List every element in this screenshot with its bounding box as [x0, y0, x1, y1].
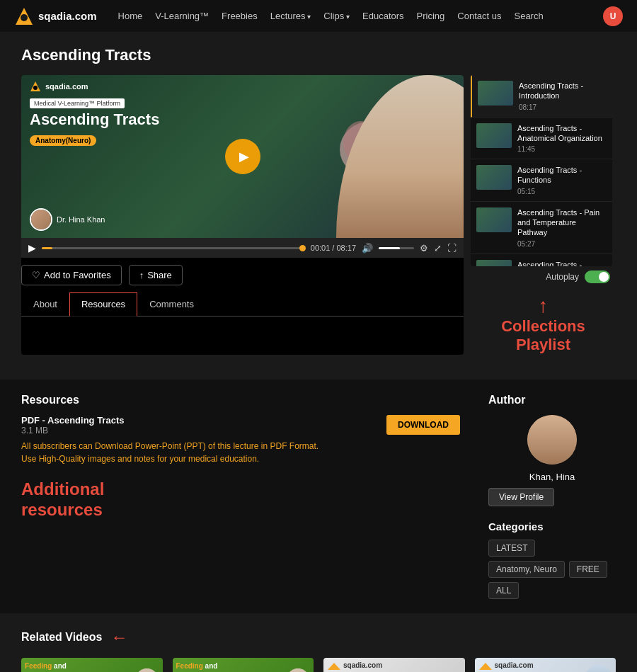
nav-clips[interactable]: Clips: [323, 11, 350, 21]
author-name: Khan, Hina: [488, 472, 616, 482]
video-person: [322, 75, 464, 238]
page-title: Ascending Tracts: [21, 46, 616, 64]
playlist-item-2[interactable]: Ascending Tracts - Functions 05:15: [471, 159, 612, 202]
cat-tags: LATEST Anatomy, Neuro FREE ALL: [488, 540, 616, 599]
nav-search[interactable]: Search: [514, 11, 543, 21]
logo-text: sqadia.com: [38, 10, 97, 22]
author-col: Author Khan, Hina View Profile Categorie…: [488, 394, 616, 599]
video-actions: ♡ Add to Favorites ↑ Share: [21, 258, 464, 292]
svg-point-3: [33, 86, 38, 90]
nav-home[interactable]: Home: [118, 11, 143, 21]
video-logo-icon: [30, 81, 41, 92]
playlist-title-0: Ascending Tracts - Introduction: [519, 81, 607, 101]
svg-marker-8: [328, 663, 340, 670]
video-thumbnail[interactable]: sqadia.com Medical V-Learning™ Platform …: [21, 75, 464, 238]
cat-tag-0[interactable]: LATEST: [488, 540, 535, 557]
playlist-item-1[interactable]: Ascending Tracts - Anatomical Organizati…: [471, 118, 612, 160]
volume-bar[interactable]: [379, 247, 414, 249]
video-section-outer: sqadia.com Medical V-Learning™ Platform …: [21, 75, 616, 355]
navbar: sqadia.com Home V-Learning™ Freebies Lec…: [0, 0, 637, 32]
additional-resources-label: Additional resources: [21, 479, 460, 520]
playlist-thumb-0: [478, 81, 513, 106]
nav-lectures[interactable]: Lectures: [270, 11, 311, 21]
related-item-2[interactable]: sqadia.com 2 Influenza: [323, 658, 465, 672]
playlist-wrapper: Ascending Tracts - Introduction 08:17 As…: [471, 75, 616, 355]
related-section: Related Videos ← Feeding and EatingDisor…: [0, 613, 637, 672]
related-thumb-1: Feeding andEatingDisorders-I 2: [173, 658, 314, 672]
pdf-name: PDF - Ascending Tracts: [21, 415, 124, 426]
video-play-btn[interactable]: ▶: [28, 242, 36, 254]
instructor-avatar: [30, 208, 52, 231]
playlist-thumb-3: [476, 207, 512, 232]
expand-icon[interactable]: ⤢: [434, 243, 442, 254]
related-title: Related Videos: [21, 631, 102, 644]
resources-col: Resources PDF - Ascending Tracts 3.1 MB …: [21, 394, 460, 599]
cat-tag-3[interactable]: ALL: [488, 582, 519, 599]
lower-grid: Resources PDF - Ascending Tracts 3.1 MB …: [21, 394, 616, 599]
pdf-row: PDF - Ascending Tracts 3.1 MB DOWNLOAD: [21, 415, 460, 435]
nav-pricing[interactable]: Pricing: [417, 11, 445, 21]
autoplay-toggle[interactable]: [585, 270, 610, 283]
tabs-row: About Resources Comments: [21, 292, 464, 317]
time-display: 00:01 / 08:17: [311, 244, 356, 252]
author-title: Author: [488, 394, 616, 406]
cat-tag-2[interactable]: FREE: [569, 561, 607, 578]
playlist-info-3: Ascending Tracts - Pain and Temperature …: [517, 207, 607, 248]
nav-freebies[interactable]: Freebies: [222, 11, 258, 21]
related-item-0[interactable]: Feeding and EatingDisorders-II 2 Feeding…: [21, 658, 163, 672]
playlist-duration-3: 05:27: [517, 240, 607, 248]
download-button[interactable]: DOWNLOAD: [386, 415, 460, 435]
tab-resources[interactable]: Resources: [69, 292, 137, 317]
video-category-badge: Anatomy(Neuro): [30, 135, 96, 146]
pdf-size: 3.1 MB: [21, 426, 124, 435]
related-item-1[interactable]: Feeding andEatingDisorders-I 2 Feeding a…: [173, 658, 314, 672]
collections-annotation: ↑ Collections Playlist: [471, 295, 616, 355]
playlist-title-2: Ascending Tracts - Functions: [517, 165, 607, 186]
playlist-item-0[interactable]: Ascending Tracts - Introduction 08:17: [471, 75, 612, 118]
nav-vlearning[interactable]: V-Learning™: [155, 11, 209, 21]
playlist-item-4[interactable]: Ascending Tracts - Neurons... 05:10: [471, 254, 612, 266]
logo-icon: [14, 6, 34, 26]
progress-bar[interactable]: [42, 247, 305, 249]
playlist-title-4: Ascending Tracts - Neurons...: [517, 260, 607, 266]
user-avatar[interactable]: U: [603, 6, 623, 26]
add-favorites-button[interactable]: ♡ Add to Favorites: [21, 265, 122, 285]
tab-about[interactable]: About: [21, 292, 69, 316]
related-thumb-2: sqadia.com 2: [323, 658, 465, 672]
collections-label: Collections Playlist: [471, 317, 616, 355]
playlist-duration-1: 11:45: [517, 145, 607, 153]
tab-comments[interactable]: Comments: [137, 292, 206, 316]
playlist-duration-0: 08:17: [519, 103, 607, 111]
settings-icon[interactable]: ⚙: [420, 243, 428, 254]
cat-tag-1[interactable]: Anatomy, Neuro: [488, 561, 565, 578]
related-thumb-0: Feeding and EatingDisorders-II 2: [21, 658, 163, 672]
related-item-3[interactable]: sqadia.com 2 Hypernatremia: [475, 658, 616, 672]
video-badge: Medical V-Learning™ Platform: [30, 98, 125, 108]
playlist-info-1: Ascending Tracts - Anatomical Organizati…: [517, 123, 607, 154]
autoplay-row: Autoplay: [471, 266, 616, 287]
site-logo[interactable]: sqadia.com: [14, 6, 97, 26]
related-header: Related Videos ←: [21, 627, 616, 647]
video-instructor: Dr. Hina Khan: [30, 208, 105, 231]
related-arrow-icon: ←: [110, 627, 127, 647]
heart-icon: ♡: [32, 270, 40, 280]
nav-contact[interactable]: Contact us: [457, 11, 501, 21]
fullscreen-icon[interactable]: ⛶: [447, 243, 457, 254]
categories-section: Categories LATEST Anatomy, Neuro FREE AL…: [488, 520, 616, 599]
view-profile-button[interactable]: View Profile: [488, 488, 554, 506]
nav-educators[interactable]: Educators: [362, 11, 404, 21]
resources-note: All subscribers can Download Power-Point…: [21, 440, 460, 465]
video-section: sqadia.com Medical V-Learning™ Platform …: [21, 75, 616, 355]
volume-icon: 🔊: [362, 243, 373, 254]
playlist-item-3[interactable]: Ascending Tracts - Pain and Temperature …: [471, 202, 612, 254]
resources-title: Resources: [21, 394, 460, 406]
playlist-thumb-2: [476, 165, 512, 190]
play-button[interactable]: [225, 139, 260, 174]
playlist-title-3: Ascending Tracts - Pain and Temperature …: [517, 207, 607, 238]
share-button[interactable]: ↑ Share: [129, 265, 183, 285]
playlist-info-4: Ascending Tracts - Neurons... 05:10: [517, 260, 607, 266]
playlist-thumb-1: [476, 123, 512, 148]
autoplay-label: Autoplay: [546, 272, 579, 282]
author-avatar: [527, 415, 577, 465]
svg-marker-9: [479, 663, 492, 670]
